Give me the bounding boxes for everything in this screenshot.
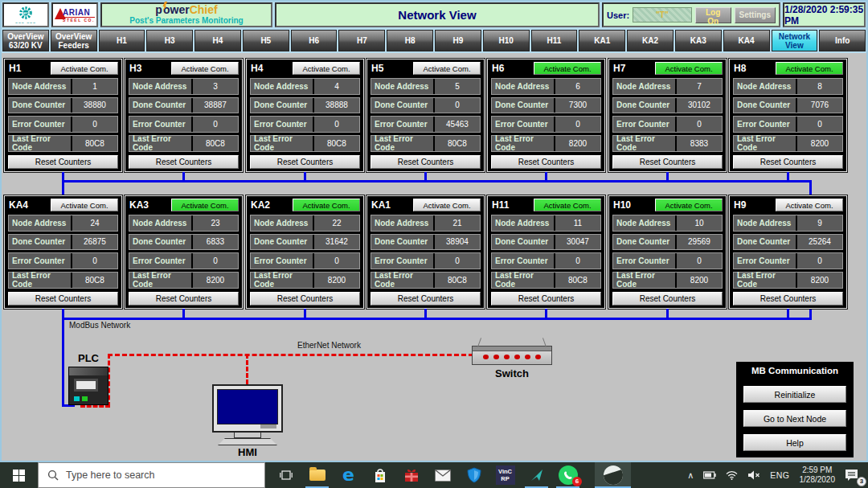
battery-button[interactable] xyxy=(698,462,721,488)
last-error-code-label: Last Error Code xyxy=(492,273,554,288)
reset-counters-button-h3[interactable]: Reset Counters xyxy=(129,155,239,169)
reset-counters-button-h10[interactable]: Reset Counters xyxy=(612,292,723,306)
node-panel-ka2: KA2Activate Com.Node Address22Done Count… xyxy=(246,195,364,309)
activate-com-button-h8[interactable]: Activate Com. xyxy=(776,62,843,75)
node-panel-h11: H11Activate Com.Node Address11Done Count… xyxy=(487,195,605,309)
reset-counters-button-ka4[interactable]: Reset Counters xyxy=(8,292,118,306)
file-explorer-button[interactable] xyxy=(301,462,333,488)
tab-h1[interactable]: H1 xyxy=(99,30,145,51)
whatsapp-button[interactable]: 6 xyxy=(552,462,583,488)
tab-network-view[interactable]: Network View xyxy=(772,30,818,51)
done-counter-label: Done Counter xyxy=(129,235,191,249)
tab-ka1[interactable]: KA1 xyxy=(579,30,625,51)
plc-screen xyxy=(74,379,98,392)
tab-ka4[interactable]: KA4 xyxy=(723,30,770,51)
notification-center-button[interactable]: 3 xyxy=(840,462,868,488)
tab-ka3[interactable]: KA3 xyxy=(675,30,722,51)
node-address-value: 5 xyxy=(435,79,480,93)
activate-com-button-h3[interactable]: Activate Com. xyxy=(171,62,239,75)
wifi-icon xyxy=(726,470,738,480)
wifi-button[interactable] xyxy=(721,462,743,488)
tray-clock[interactable]: 2:59 PM 1/28/2020 xyxy=(795,462,841,488)
tab-info[interactable]: Info xyxy=(819,30,866,51)
node-address-value: 8 xyxy=(797,79,842,93)
reset-counters-button-h4[interactable]: Reset Counters xyxy=(250,155,360,169)
tab-h5[interactable]: H5 xyxy=(243,30,289,51)
done-counter-label: Done Counter xyxy=(613,98,675,113)
error-counter-label: Error Counter xyxy=(371,117,433,131)
tab-h7[interactable]: H7 xyxy=(338,30,385,51)
settings-button[interactable]: Settings xyxy=(735,7,776,23)
help-button[interactable]: Help xyxy=(743,434,846,451)
reset-counters-button-h5[interactable]: Reset Counters xyxy=(371,155,481,169)
reset-counters-button-h1[interactable]: Reset Counters xyxy=(8,155,118,169)
tray-chevron-button[interactable]: ∧ xyxy=(682,462,698,488)
activate-com-button-h4[interactable]: Activate Com. xyxy=(293,62,360,75)
tab-h8[interactable]: H8 xyxy=(387,30,433,51)
search-input[interactable]: Type here to search xyxy=(38,462,265,488)
mail-button[interactable] xyxy=(427,462,458,488)
reset-counters-button-h8[interactable]: Reset Counters xyxy=(733,155,843,169)
tab-h9[interactable]: H9 xyxy=(435,30,481,51)
activate-com-button-h9[interactable]: Activate Com. xyxy=(776,199,843,211)
activate-com-button-ka1[interactable]: Activate Com. xyxy=(413,199,481,211)
error-counter-label: Error Counter xyxy=(492,253,554,268)
activate-com-button-h6[interactable]: Activate Com. xyxy=(534,62,601,75)
activate-com-button-ka4[interactable]: Activate Com. xyxy=(51,199,118,211)
tab-overview-feeders[interactable]: OverView Feeders xyxy=(51,30,97,51)
plc-icon xyxy=(68,367,108,405)
panel-title-h8: H8 xyxy=(733,63,746,74)
node-address-row: Node Address8 xyxy=(733,78,843,94)
tab-h11[interactable]: H11 xyxy=(531,30,578,51)
activate-com-button-h7[interactable]: Activate Com. xyxy=(655,62,723,75)
arrow-app-button[interactable] xyxy=(521,462,552,488)
tab-overview-63-20-kv[interactable]: OverView 63/20 KV xyxy=(2,30,49,51)
gift-app-button[interactable] xyxy=(395,462,427,488)
reset-counters-button-h11[interactable]: Reset Counters xyxy=(491,292,601,306)
activate-com-button-h1[interactable]: Activate Com. xyxy=(51,62,118,75)
done-counter-row: Done Counter25264 xyxy=(733,234,843,250)
start-button[interactable] xyxy=(0,462,38,488)
error-counter-row: Error Counter0 xyxy=(129,252,239,269)
reset-counters-button-h7[interactable]: Reset Counters xyxy=(612,155,723,169)
tab-h3[interactable]: H3 xyxy=(146,30,193,51)
done-counter-value: 7076 xyxy=(797,98,842,113)
tray-language[interactable]: ENG xyxy=(765,462,794,488)
edge-button[interactable]: e xyxy=(333,462,364,488)
wincc-rp-button[interactable]: VinCRP xyxy=(489,462,521,488)
volume-button[interactable] xyxy=(743,462,765,488)
task-view-button[interactable] xyxy=(270,462,301,488)
log-on-button[interactable]: Log On xyxy=(695,7,731,23)
datetime-box: 1/28/2020 2:59:35 PM xyxy=(783,2,866,27)
done-counter-label: Done Counter xyxy=(9,235,71,249)
file-explorer-icon xyxy=(309,470,326,481)
last-error-code-row: Last Error Code8383 xyxy=(612,135,723,152)
activate-com-button-h5[interactable]: Activate Com. xyxy=(413,62,481,75)
tab-ka2[interactable]: KA2 xyxy=(627,30,674,51)
go-to-next-node-button[interactable]: Go to Next Node xyxy=(743,410,846,427)
node-panel-h1: H1Activate Com.Node Address1Done Counter… xyxy=(4,59,122,172)
activate-com-button-ka3[interactable]: Activate Com. xyxy=(171,199,239,211)
activate-com-button-h11[interactable]: Activate Com. xyxy=(534,199,601,211)
error-counter-row: Error Counter0 xyxy=(733,116,843,132)
done-counter-row: Done Counter6833 xyxy=(129,234,239,250)
activate-com-button-h10[interactable]: Activate Com. xyxy=(655,199,723,211)
done-counter-value: 0 xyxy=(435,98,480,113)
shield-app-button[interactable] xyxy=(458,462,489,488)
node-address-label: Node Address xyxy=(251,79,313,93)
error-counter-label: Error Counter xyxy=(129,117,191,131)
store-button[interactable] xyxy=(364,462,395,488)
user-field[interactable]: "T" xyxy=(633,7,692,23)
tab-h10[interactable]: H10 xyxy=(483,30,530,51)
reset-counters-button-ka3[interactable]: Reset Counters xyxy=(129,292,239,306)
tab-h4[interactable]: H4 xyxy=(194,30,241,51)
reset-counters-button-ka2[interactable]: Reset Counters xyxy=(250,292,360,306)
powerchief-app-button[interactable] xyxy=(595,462,631,488)
activate-com-button-ka2[interactable]: Activate Com. xyxy=(293,199,360,211)
last-error-code-label: Last Error Code xyxy=(9,136,71,151)
reinitialize-button[interactable]: Reinitialize xyxy=(743,386,846,403)
reset-counters-button-h6[interactable]: Reset Counters xyxy=(491,155,601,169)
reset-counters-button-ka1[interactable]: Reset Counters xyxy=(371,292,481,306)
tab-h6[interactable]: H6 xyxy=(291,30,338,51)
reset-counters-button-h9[interactable]: Reset Counters xyxy=(733,292,843,306)
